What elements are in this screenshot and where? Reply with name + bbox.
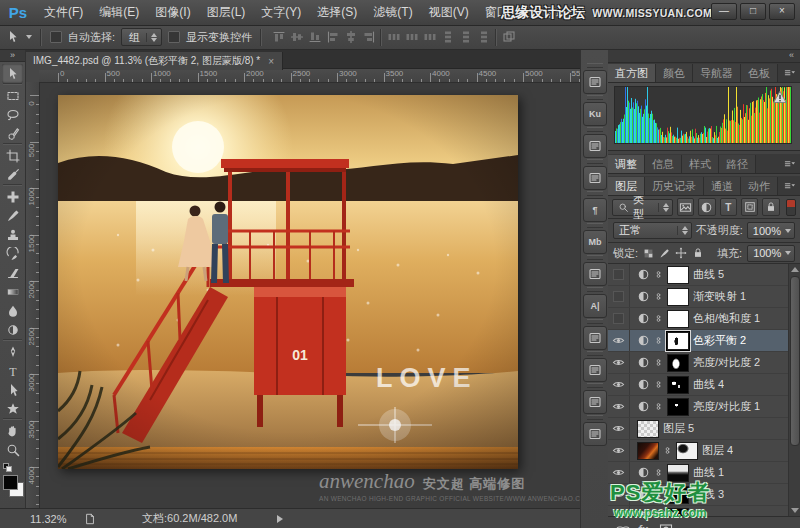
close-button[interactable]: × <box>769 3 795 20</box>
layer-mask-thumbnail[interactable] <box>667 266 689 284</box>
layer-row-渐变映射 1[interactable]: 渐变映射 1 <box>608 286 800 308</box>
mask-link-icon[interactable] <box>654 336 663 345</box>
filter-shape-icon[interactable] <box>741 198 758 216</box>
panel-collapse-icon[interactable]: « <box>608 50 800 63</box>
layer-mask-thumbnail[interactable] <box>676 442 698 460</box>
lock-all-icon[interactable] <box>692 247 704 259</box>
custom-shape-tool[interactable] <box>2 399 23 418</box>
panel-menu-icon[interactable] <box>783 66 796 79</box>
align-r-icon[interactable] <box>360 29 377 45</box>
scroll-up-icon[interactable] <box>791 267 799 272</box>
eraser-tool[interactable] <box>2 263 23 282</box>
default-swatches-icon[interactable] <box>3 463 12 472</box>
layer-mask-thumbnail[interactable] <box>667 288 689 306</box>
lock-pixels-icon[interactable] <box>659 248 670 259</box>
panel-menu-icon[interactable] <box>783 179 796 192</box>
tab-图层[interactable]: 图层 <box>608 177 645 195</box>
layer-name[interactable]: 图层 5 <box>663 421 694 436</box>
status-options-icon[interactable] <box>277 515 283 523</box>
layer-mask-thumbnail[interactable] <box>667 376 689 394</box>
crop-tool[interactable] <box>2 146 23 165</box>
timeline-icon[interactable] <box>583 390 607 414</box>
auto-select-checkbox[interactable] <box>50 31 62 43</box>
tool-preset-caret-icon[interactable] <box>26 35 32 39</box>
tab-直方图[interactable]: 直方图 <box>608 64 656 82</box>
brush-tool[interactable] <box>2 206 23 225</box>
tab-close-icon[interactable]: × <box>268 56 274 67</box>
tab-颜色[interactable]: 颜色 <box>656 64 693 82</box>
clone-stamp-tool[interactable] <box>2 225 23 244</box>
align-c-icon[interactable] <box>342 29 359 45</box>
filter-type-dropdown[interactable]: 类型 <box>612 199 673 216</box>
tab-路径[interactable]: 路径 <box>719 155 756 173</box>
eye-hidden-well[interactable] <box>608 286 630 307</box>
warning-icon[interactable] <box>773 90 787 104</box>
tab-色板[interactable]: 色板 <box>741 64 778 82</box>
menu-item-1[interactable]: 编辑(E) <box>91 0 147 25</box>
tab-历史记录[interactable]: 历史记录 <box>645 177 704 195</box>
layer-row-亮度/对比度 2[interactable]: 亮度/对比度 2 <box>608 352 800 374</box>
fill-field[interactable]: 100% <box>747 245 795 262</box>
brush-presets-icon[interactable] <box>583 358 607 382</box>
eye-hidden-well[interactable] <box>608 308 630 329</box>
filter-adjustment-icon[interactable] <box>698 198 715 216</box>
layer-name[interactable]: 曲线 4 <box>693 377 724 392</box>
layer-row-色相/饱和度 1[interactable]: 色相/饱和度 1 <box>608 308 800 330</box>
gradient-tool[interactable] <box>2 282 23 301</box>
minimize-button[interactable]: — <box>711 3 737 20</box>
mask-link-icon[interactable] <box>654 402 663 411</box>
dodge-tool[interactable] <box>2 320 23 339</box>
layer-comps-icon[interactable] <box>583 422 607 446</box>
layer-name[interactable]: 色彩平衡 2 <box>693 333 746 348</box>
mask-link-icon[interactable] <box>654 292 663 301</box>
zoom-level-field[interactable]: 11.32% <box>30 513 74 525</box>
layer-row-亮度/对比度 1[interactable]: 亮度/对比度 1 <box>608 396 800 418</box>
eye-icon[interactable] <box>608 330 630 351</box>
layer-row-曲线 4[interactable]: 曲线 4 <box>608 374 800 396</box>
align-t-icon[interactable] <box>270 29 287 45</box>
layer-name[interactable]: 亮度/对比度 1 <box>693 399 760 414</box>
layer-name[interactable]: 渐变映射 1 <box>693 289 746 304</box>
mask-link-icon[interactable] <box>663 446 672 455</box>
eye-icon[interactable] <box>608 374 630 395</box>
lock-transparency-icon[interactable] <box>643 248 654 259</box>
layer-name[interactable]: 曲线 5 <box>693 267 724 282</box>
layer-row-图层 4[interactable]: 图层 4 <box>608 440 800 462</box>
add-mask-icon[interactable] <box>659 522 673 528</box>
link-layers-icon[interactable] <box>616 522 630 528</box>
dist-v-icon[interactable] <box>439 29 456 45</box>
document-tab[interactable]: IMG_4482.psd @ 11.3% (色彩平衡 2, 图层蒙版/8) * … <box>25 52 283 70</box>
zoom-tool[interactable] <box>2 440 23 459</box>
menu-item-5[interactable]: 选择(S) <box>309 0 365 25</box>
history-brush-tool[interactable] <box>2 244 23 263</box>
move-tool[interactable] <box>2 64 23 83</box>
hand-tool[interactable] <box>2 421 23 440</box>
layer-mask-thumbnail[interactable] <box>667 354 689 372</box>
photo-document[interactable]: LOVE 01 <box>58 95 518 469</box>
show-transform-checkbox[interactable] <box>168 31 180 43</box>
menu-item-2[interactable]: 图像(I) <box>147 0 198 25</box>
menu-item-4[interactable]: 文字(Y) <box>253 0 309 25</box>
blend-mode-dropdown[interactable]: 正常 <box>613 222 692 239</box>
mask-link-icon[interactable] <box>654 358 663 367</box>
auto-select-dropdown[interactable]: 组 <box>121 28 162 46</box>
layer-row-图层 5[interactable]: 图层 5 <box>608 418 800 440</box>
eye-icon[interactable] <box>608 396 630 417</box>
layers-scrollbar[interactable] <box>788 264 800 516</box>
tab-样式[interactable]: 样式 <box>682 155 719 173</box>
dist-h-icon[interactable] <box>421 29 438 45</box>
eye-icon[interactable] <box>608 418 630 439</box>
panel-menu-icon[interactable] <box>783 157 796 170</box>
menu-item-7[interactable]: 视图(V) <box>421 0 477 25</box>
tab-导航器[interactable]: 导航器 <box>693 64 741 82</box>
tab-调整[interactable]: 调整 <box>608 155 645 173</box>
filter-smart-object-icon[interactable] <box>762 198 779 216</box>
pen-tool[interactable] <box>2 342 23 361</box>
path-selection-tool[interactable] <box>2 380 23 399</box>
clone-source-icon[interactable] <box>583 70 607 94</box>
eye-hidden-well[interactable] <box>608 264 630 285</box>
layer-mask-thumbnail[interactable] <box>667 332 689 350</box>
menu-item-6[interactable]: 滤镜(T) <box>365 0 420 25</box>
tools-icon[interactable] <box>583 326 607 350</box>
dist-h-icon[interactable] <box>403 29 420 45</box>
